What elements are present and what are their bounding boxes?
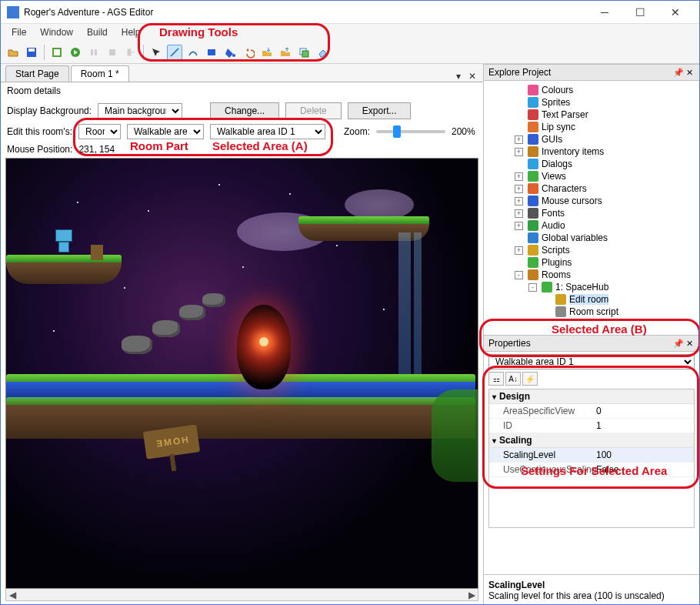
expand-icon[interactable]: + [515,246,523,255]
script-icon [528,245,538,256]
svg-rect-3 [91,49,93,55]
erase-icon[interactable] [315,45,330,60]
tree-node-1-spacehub[interactable]: -1: SpaceHub [487,281,696,293]
expand-icon[interactable]: - [515,271,523,279]
prop-events-icon[interactable]: ⚡ [522,372,538,386]
copy-mask-icon[interactable] [296,45,312,60]
room-canvas[interactable]: HOME [5,158,478,589]
svg-line-6 [171,48,178,56]
tree-node-global-variables[interactable]: Global variables [487,232,696,244]
toolbar: Drawing Tools [1,41,699,64]
expand-icon[interactable]: + [515,172,523,181]
inv-icon [528,146,538,157]
titlebar: Roger's Adventure - AGS Editor ─ ☐ ✕ [1,1,699,24]
change-button[interactable]: Change... [210,102,279,119]
properties-grid[interactable]: ▾DesignAreaSpecificView0ID1▾ScalingScali… [488,389,695,528]
pin-icon[interactable]: 📌 [673,68,684,78]
display-bg-label: Display Background: [7,105,92,116]
tree-node-colours[interactable]: Colours [487,84,696,96]
gui-icon [528,134,538,145]
export-button[interactable]: Export... [348,102,412,119]
svg-rect-10 [302,51,308,57]
select-tool-icon[interactable] [148,45,164,60]
tree-node-inventory-items[interactable]: +Inventory items [487,145,696,158]
tree-node-dialogs[interactable]: Dialogs [487,158,696,170]
selected-area-select[interactable]: Walkable area ID 1 [210,124,325,139]
save-icon[interactable] [24,45,39,60]
minimize-button[interactable]: ─ [587,1,622,24]
expand-icon[interactable]: + [515,185,523,193]
svg-rect-1 [28,48,35,52]
tab-dropdown-icon[interactable]: ▾ [454,71,463,82]
tree-node-fonts[interactable]: +Fonts [487,207,696,219]
zoom-label: Zoom: [344,126,370,137]
fill-tool-icon[interactable] [222,45,238,60]
open-icon[interactable] [5,45,21,60]
maximize-button[interactable]: ☐ [622,1,658,24]
project-tree[interactable]: ColoursSpritesText ParserLip sync+GUIs+I… [484,81,699,335]
prop-row-areaspecificview[interactable]: AreaSpecificView0 [489,404,694,419]
zoom-slider[interactable] [376,130,445,133]
export-mask-icon[interactable] [278,45,293,60]
cursor-icon [528,196,538,206]
run-icon[interactable] [68,45,83,60]
tree-node-lip-sync[interactable]: Lip sync [487,121,696,133]
close-button[interactable]: ✕ [658,1,693,24]
prop-category-scaling[interactable]: ▾Scaling [489,433,694,448]
scroll-left-icon[interactable]: ◀ [6,590,18,600]
room-part-select[interactable]: Room [78,124,121,139]
prop-category-design[interactable]: ▾Design [489,389,694,404]
tree-node-text-parser[interactable]: Text Parser [487,109,696,121]
tree-node-mouse-cursors[interactable]: +Mouse cursors [487,195,696,207]
dialog-icon [528,159,538,169]
expand-icon[interactable]: + [515,197,523,206]
property-object-select[interactable]: Walkable area ID 1 [488,354,695,369]
rect-tool-icon[interactable] [204,45,219,60]
tab-room-1[interactable]: Room 1 * [71,65,129,82]
tree-node-room-script[interactable]: Room script [487,306,696,318]
prop-row-id[interactable]: ID1 [489,419,694,433]
expand-icon[interactable]: + [515,209,523,218]
expand-icon[interactable]: + [515,222,523,230]
expand-icon[interactable]: + [515,135,523,144]
horizontal-scrollbar[interactable]: ◀ ▶ [5,589,478,601]
display-bg-select[interactable]: Main background [98,103,182,119]
expand-icon[interactable]: + [515,148,523,156]
tree-node-audio[interactable]: +Audio [487,219,696,232]
tree-node-rooms[interactable]: -Rooms [487,269,696,281]
prop-row-scalinglevel[interactable]: ScalingLevel100 [489,448,694,463]
svg-rect-4 [95,49,97,55]
menu-window[interactable]: Window [34,25,79,39]
menu-file[interactable]: File [5,25,32,39]
tree-node-sprites[interactable]: Sprites [487,96,696,109]
tree-node-characters[interactable]: +Characters [487,182,696,195]
line-tool-icon[interactable] [167,45,182,60]
tree-node-plugins[interactable]: Plugins [487,256,696,269]
sprite-icon [528,97,538,108]
pin-icon[interactable]: 📌 [673,339,684,349]
panel-close-icon[interactable]: ✕ [684,339,695,349]
prop-row-usecontinuousscaling[interactable]: UseContinuousScalingFalse [489,463,694,477]
tree-node-scripts[interactable]: +Scripts [487,244,696,256]
expand-icon[interactable]: - [528,283,537,292]
build-icon[interactable] [49,45,65,60]
tree-node-edit-room[interactable]: Edit room [487,293,696,306]
panel-close-icon[interactable]: ✕ [684,68,695,78]
tab-close-icon[interactable]: ✕ [466,71,478,82]
area-type-select[interactable]: Walkable areas [127,124,204,139]
scroll-right-icon[interactable]: ▶ [465,590,478,600]
explore-project-header: Explore Project 📌 ✕ [484,64,699,81]
script2-icon [555,306,566,317]
prop-categorize-icon[interactable]: ⚏ [488,372,504,386]
editor-pane: Start Page Room 1 * ▾ ✕ Room details Dis… [1,64,484,605]
menu-build[interactable]: Build [81,25,114,39]
prop-sort-icon[interactable]: A↓ [505,372,521,386]
import-mask-icon[interactable] [259,45,275,60]
menu-help[interactable]: Help [115,25,147,39]
tree-node-guis[interactable]: +GUIs [487,133,696,145]
portal-sprite [237,305,291,389]
freehand-tool-icon[interactable] [185,45,201,60]
tab-start-page[interactable]: Start Page [5,65,69,82]
tree-node-views[interactable]: +Views [487,170,696,182]
undo-icon[interactable] [241,45,256,60]
